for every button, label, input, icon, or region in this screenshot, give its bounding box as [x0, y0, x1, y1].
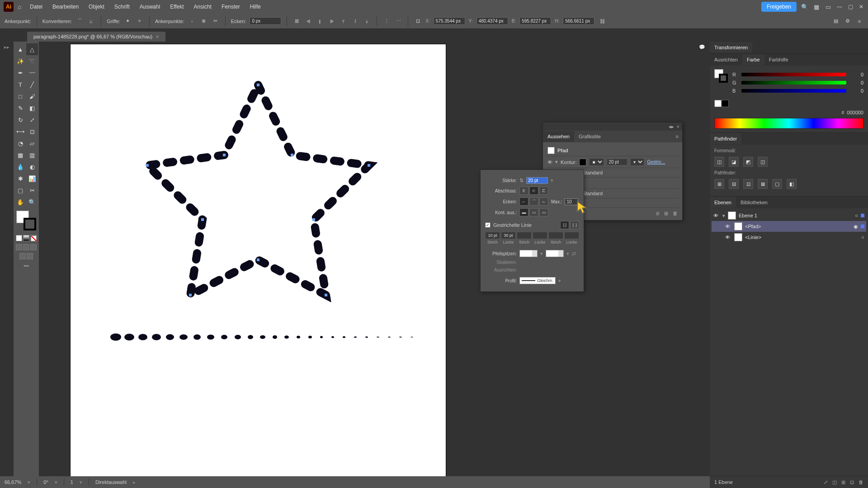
- artboard-nav[interactable]: 1: [71, 479, 73, 485]
- swap-arrows-icon[interactable]: ⇄: [572, 251, 576, 257]
- maximize-icon[interactable]: ▢: [847, 4, 854, 10]
- gap-3-input[interactable]: [564, 232, 579, 239]
- gpu-icon[interactable]: ▤: [832, 17, 840, 25]
- lasso-tool[interactable]: ➰: [26, 55, 38, 67]
- stroke-color-select[interactable]: ■: [589, 158, 604, 166]
- minus-front-icon[interactable]: ◪: [729, 157, 739, 167]
- stroke-color-swatch[interactable]: [719, 74, 728, 83]
- chevron-down-icon[interactable]: ▾: [566, 251, 569, 257]
- free-transform-tool[interactable]: ⊡: [26, 126, 38, 137]
- rectangle-tool[interactable]: □: [14, 90, 26, 102]
- trim-icon[interactable]: ⊟: [729, 179, 739, 189]
- fill-stroke-swatch[interactable]: [16, 211, 36, 230]
- home-icon[interactable]: ⌂: [14, 2, 24, 12]
- appearance-tab[interactable]: Aussehen: [543, 131, 574, 142]
- eraser-tool[interactable]: ◧: [26, 102, 38, 114]
- link-wh-icon[interactable]: ⛓: [598, 17, 606, 25]
- b-slider[interactable]: [741, 89, 846, 93]
- cap-round-icon[interactable]: ⊂: [529, 187, 538, 195]
- mesh-tool[interactable]: ▦: [14, 149, 26, 161]
- stroke-dashed-link[interactable]: Gestric...: [647, 160, 665, 164]
- close-icon[interactable]: ×: [677, 124, 679, 129]
- perspective-tool[interactable]: ▱: [26, 137, 38, 149]
- align-right-icon[interactable]: ⫸: [328, 17, 336, 25]
- gradient-tool[interactable]: ▥: [26, 149, 38, 161]
- x-input[interactable]: [434, 17, 465, 25]
- exclude-icon[interactable]: ◫: [758, 157, 768, 167]
- tab-close-icon[interactable]: ×: [156, 34, 159, 39]
- dash-3-input[interactable]: [548, 232, 563, 239]
- corner-buttons[interactable]: ⌐ ⌒ ⌙: [519, 197, 548, 206]
- direct-selection-tool[interactable]: △: [26, 43, 38, 55]
- divide-icon[interactable]: ⊞: [714, 179, 724, 189]
- dash-align-icon[interactable]: ⟦ ⟧: [570, 221, 579, 229]
- y-input[interactable]: [476, 17, 508, 25]
- unite-icon[interactable]: ◫: [714, 157, 724, 167]
- menu-objekt[interactable]: Objekt: [84, 1, 109, 13]
- weight-input[interactable]: [526, 177, 548, 184]
- curvature-tool[interactable]: 〰: [26, 67, 38, 79]
- menu-datei[interactable]: Datei: [25, 1, 47, 13]
- gap-2-input[interactable]: [533, 232, 547, 239]
- target-icon[interactable]: ○: [861, 235, 864, 240]
- artboard[interactable]: [71, 44, 446, 476]
- clear-appearance-icon[interactable]: ⊘: [656, 211, 660, 216]
- color-mode-swatches[interactable]: [14, 235, 38, 241]
- delete-layer-icon[interactable]: 🗑: [859, 479, 863, 485]
- artboard-tool[interactable]: ▢: [14, 184, 26, 196]
- chevron-down-icon[interactable]: ▾: [28, 479, 30, 485]
- color-guide-tab[interactable]: Farbhilfe: [764, 54, 793, 65]
- tapered-line[interactable]: [110, 333, 413, 341]
- menu-fenster[interactable]: Fenster: [217, 1, 245, 13]
- white-swatch[interactable]: [714, 100, 722, 107]
- screen-mode-swatches[interactable]: [14, 253, 38, 259]
- layer-row-linie[interactable]: 👁 <Linie> ○: [712, 232, 866, 243]
- stroke-weight-input[interactable]: [607, 159, 627, 165]
- selection-tool[interactable]: ▲: [14, 43, 26, 55]
- slice-tool[interactable]: ✂: [26, 184, 38, 196]
- arrange-icon[interactable]: ▦: [813, 3, 820, 10]
- chevron-down-icon[interactable]: ▾: [722, 213, 725, 219]
- black-swatch[interactable]: [722, 100, 729, 107]
- arrow-end-select[interactable]: [546, 250, 564, 257]
- align-tab[interactable]: Ausrichten: [710, 54, 742, 65]
- new-sublayer-icon[interactable]: ⊞: [841, 479, 845, 485]
- pathfinder-tab[interactable]: Pathfinder: [710, 133, 741, 144]
- anchor-connect-icon[interactable]: ⊕: [200, 17, 208, 25]
- align-outside-icon[interactable]: ▭: [539, 208, 548, 216]
- r-value[interactable]: 0: [850, 72, 863, 77]
- menu-icon[interactable]: ≡: [855, 17, 863, 25]
- handle-hide-icon[interactable]: ✧: [136, 17, 144, 25]
- star-path[interactable]: [147, 85, 369, 295]
- chevron-down-icon[interactable]: ▾: [555, 159, 558, 165]
- align-group-icon[interactable]: ⊞: [292, 17, 301, 25]
- shaper-tool[interactable]: ✎: [14, 102, 26, 114]
- align-inside-icon[interactable]: ▭: [529, 208, 538, 216]
- rotate-tool[interactable]: ↻: [14, 114, 26, 126]
- delete-icon[interactable]: 🗑: [673, 211, 678, 216]
- menu-ansicht[interactable]: Ansicht: [189, 1, 216, 13]
- align-vcenter-icon[interactable]: ⫱: [351, 17, 359, 25]
- chevron-down-icon[interactable]: ▾: [558, 278, 561, 284]
- chevron-down-icon[interactable]: ▾: [551, 178, 553, 183]
- layer-name[interactable]: Ebene 1: [739, 213, 852, 218]
- graph-tool[interactable]: 📊: [26, 173, 38, 184]
- hand-tool[interactable]: ✋: [14, 196, 26, 208]
- arrow-start-select[interactable]: [519, 250, 538, 257]
- visibility-icon[interactable]: 👁: [547, 160, 552, 165]
- width-tool[interactable]: ⟷: [14, 126, 26, 137]
- collapse-arrow-icon[interactable]: ▸▸: [4, 44, 9, 50]
- document-tab[interactable]: paragraph-1485228.png* @ 66,67 % (RGB/Vo…: [27, 32, 165, 42]
- zoom-tool[interactable]: 🔍: [26, 196, 38, 208]
- align-top-icon[interactable]: ⫯: [340, 17, 348, 25]
- menu-schrift[interactable]: Schrift: [110, 1, 134, 13]
- stroke-float-panel[interactable]: Stärke: ⇅ ▾ Abschluss: E ⊂ ⊏ Ecken: ⌐ ⌒ …: [480, 169, 584, 292]
- chevron-right-icon[interactable]: ▸: [133, 479, 136, 485]
- corners-input[interactable]: [250, 17, 281, 25]
- g-slider[interactable]: [741, 81, 846, 84]
- convert-corner-icon[interactable]: ⟀: [87, 17, 95, 25]
- chevron-down-icon[interactable]: ▾: [540, 251, 543, 257]
- align-left-icon[interactable]: ⫷: [304, 17, 312, 25]
- chevron-down-icon[interactable]: ▾: [80, 479, 82, 485]
- limit-input[interactable]: [565, 198, 578, 205]
